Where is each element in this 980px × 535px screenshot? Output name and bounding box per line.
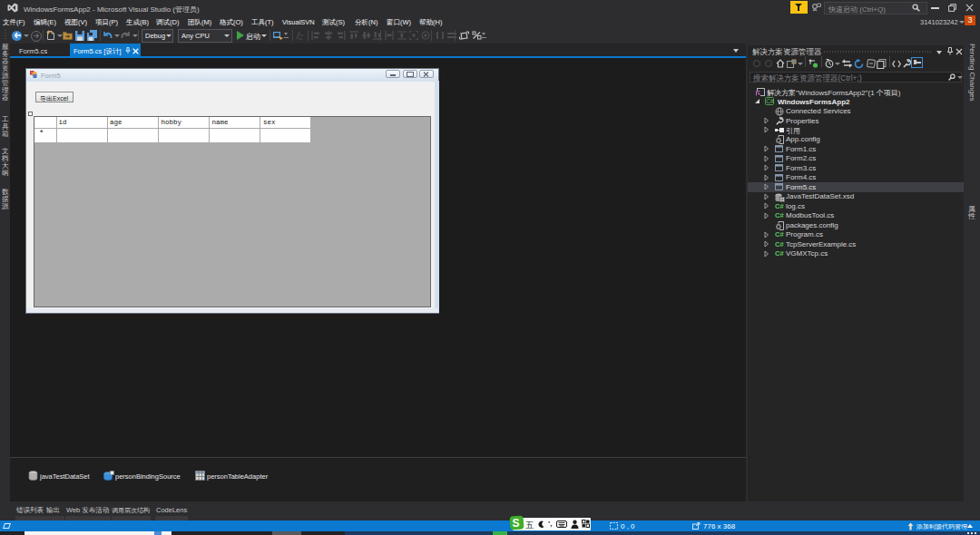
svg-text:C#: C# (766, 98, 774, 104)
